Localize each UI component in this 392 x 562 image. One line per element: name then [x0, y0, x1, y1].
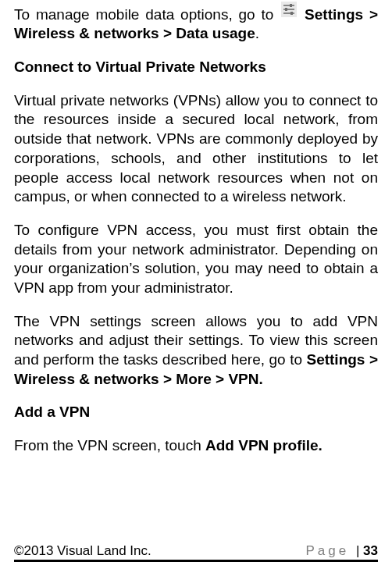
heading-connect-vpn: Connect to Virtual Private Networks	[14, 58, 378, 77]
svg-rect-4	[290, 4, 292, 7]
page-footer: ©2013 Visual Land Inc. Page | 33	[14, 542, 378, 560]
footer-page-number: 33	[363, 543, 378, 558]
document-page: To manage mobile data options, go to Set…	[0, 0, 392, 562]
heading-add-vpn: Add a VPN	[14, 403, 378, 422]
text: From the VPN screen, touch	[14, 437, 205, 454]
footer-page-label: Page	[306, 543, 350, 558]
footer-separator: |	[356, 543, 363, 558]
footer-copyright: ©2013 Visual Land Inc.	[14, 543, 151, 559]
settings-sliders-icon	[281, 2, 297, 23]
footer-page: Page | 33	[306, 543, 379, 559]
paragraph-add-vpn: From the VPN screen, touch Add VPN profi…	[14, 436, 378, 456]
paragraph-vpn-settings: The VPN settings screen allows you to ad…	[14, 312, 378, 389]
paragraph-vpn-intro: Virtual private networks (VPNs) allow yo…	[14, 91, 378, 207]
svg-rect-5	[285, 8, 287, 11]
paragraph-manage-data: To manage mobile data options, go to Set…	[14, 2, 378, 44]
text: To manage mobile data options, go to	[14, 6, 280, 23]
svg-rect-6	[290, 12, 293, 15]
text-bold: Add VPN profile.	[205, 437, 323, 454]
paragraph-vpn-config: To configure VPN access, you must first …	[14, 221, 378, 298]
body-text: To manage mobile data options, go to Set…	[14, 2, 378, 542]
text: .	[255, 25, 259, 41]
